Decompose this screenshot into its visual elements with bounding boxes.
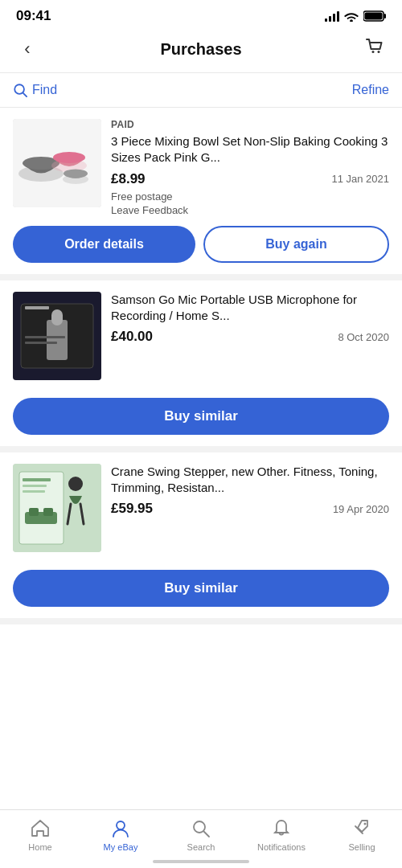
item-date: 8 Oct 2020 bbox=[338, 331, 389, 343]
svg-point-23 bbox=[68, 477, 83, 491]
svg-line-34 bbox=[204, 832, 210, 837]
cart-icon[interactable] bbox=[360, 35, 389, 63]
item-feedback: Leave Feedback bbox=[111, 204, 389, 216]
item-postage: Free postage bbox=[111, 190, 389, 203]
svg-point-32 bbox=[117, 821, 125, 829]
nav-selling[interactable]: Selling bbox=[338, 818, 386, 852]
buy-similar-button[interactable]: Buy similar bbox=[13, 398, 389, 435]
item-details: Crane Swing Stepper, new Other. Fitness,… bbox=[111, 464, 389, 552]
purchase-item: Samson Go Mic Portable USB Microphone fo… bbox=[0, 280, 402, 452]
nav-home-label: Home bbox=[28, 842, 51, 852]
item-image bbox=[13, 292, 101, 380]
refine-button[interactable]: Refine bbox=[352, 83, 389, 97]
item-action-buttons: Order details Buy again bbox=[13, 226, 389, 263]
svg-line-6 bbox=[23, 93, 27, 97]
svg-rect-20 bbox=[25, 306, 49, 309]
svg-rect-30 bbox=[23, 485, 47, 487]
svg-rect-2 bbox=[365, 13, 383, 20]
svg-point-3 bbox=[371, 51, 374, 53]
item-date: 11 Jan 2021 bbox=[331, 173, 389, 185]
person-icon bbox=[110, 818, 131, 839]
item-price: £8.99 bbox=[111, 171, 146, 187]
nav-search-label: Search bbox=[187, 842, 215, 852]
svg-rect-17 bbox=[51, 309, 63, 326]
svg-rect-16 bbox=[47, 320, 68, 360]
svg-point-35 bbox=[364, 823, 367, 825]
nav-search[interactable]: Search bbox=[177, 818, 225, 852]
svg-rect-28 bbox=[43, 508, 53, 516]
find-bar: Find Refine bbox=[0, 73, 402, 108]
nav-myebay[interactable]: My eBay bbox=[96, 818, 145, 852]
wifi-icon bbox=[344, 10, 359, 22]
status-icons bbox=[325, 10, 386, 22]
item-image bbox=[13, 464, 101, 552]
item-date: 19 Apr 2020 bbox=[333, 503, 389, 515]
buy-again-button[interactable]: Buy again bbox=[203, 226, 389, 263]
svg-point-13 bbox=[64, 170, 88, 178]
item-details: Samson Go Mic Portable USB Microphone fo… bbox=[111, 292, 389, 380]
item-title: Samson Go Mic Portable USB Microphone fo… bbox=[111, 292, 389, 325]
home-indicator bbox=[153, 860, 249, 863]
battery-icon bbox=[363, 10, 386, 22]
find-search-icon bbox=[13, 83, 27, 97]
status-time: 09:41 bbox=[16, 8, 51, 24]
find-label: Find bbox=[32, 83, 57, 97]
item-price: £59.95 bbox=[111, 501, 153, 517]
svg-rect-22 bbox=[19, 472, 64, 544]
item-title: Crane Swing Stepper, new Other. Fitness,… bbox=[111, 464, 389, 497]
svg-rect-29 bbox=[23, 478, 51, 481]
svg-point-11 bbox=[53, 152, 85, 163]
back-button[interactable]: ‹ bbox=[13, 39, 42, 59]
svg-rect-18 bbox=[25, 336, 65, 338]
nav-notifications-label: Notifications bbox=[257, 842, 306, 852]
item-title: 3 Piece Mixing Bowl Set Non-Slip Baking … bbox=[111, 133, 389, 166]
svg-rect-19 bbox=[25, 342, 57, 344]
nav-myebay-label: My eBay bbox=[104, 842, 138, 852]
svg-rect-31 bbox=[23, 490, 45, 493]
buy-similar-button[interactable]: Buy similar bbox=[13, 570, 389, 607]
nav-selling-label: Selling bbox=[348, 842, 375, 852]
signal-icon bbox=[325, 10, 339, 22]
status-bar: 09:41 bbox=[0, 0, 402, 29]
svg-rect-27 bbox=[29, 508, 39, 516]
purchase-item: PAID 3 Piece Mixing Bowl Set Non-Slip Ba… bbox=[0, 108, 402, 280]
purchase-item: Crane Swing Stepper, new Other. Fitness,… bbox=[0, 452, 402, 624]
page-title: Purchases bbox=[160, 40, 241, 59]
bell-icon bbox=[271, 818, 292, 839]
nav-home[interactable]: Home bbox=[16, 818, 64, 852]
order-details-button[interactable]: Order details bbox=[13, 226, 195, 263]
item-details: PAID 3 Piece Mixing Bowl Set Non-Slip Ba… bbox=[111, 119, 389, 216]
item-status: PAID bbox=[111, 119, 389, 130]
svg-point-4 bbox=[377, 51, 379, 53]
search-icon bbox=[191, 818, 211, 839]
tag-icon bbox=[351, 818, 372, 839]
item-image bbox=[13, 119, 101, 207]
svg-rect-1 bbox=[384, 14, 387, 18]
find-button[interactable]: Find bbox=[13, 83, 57, 97]
header: ‹ Purchases bbox=[0, 29, 402, 73]
home-icon bbox=[30, 818, 51, 839]
purchases-list: PAID 3 Piece Mixing Bowl Set Non-Slip Ba… bbox=[0, 108, 402, 624]
nav-notifications[interactable]: Notifications bbox=[257, 818, 306, 852]
item-price: £40.00 bbox=[111, 329, 153, 345]
